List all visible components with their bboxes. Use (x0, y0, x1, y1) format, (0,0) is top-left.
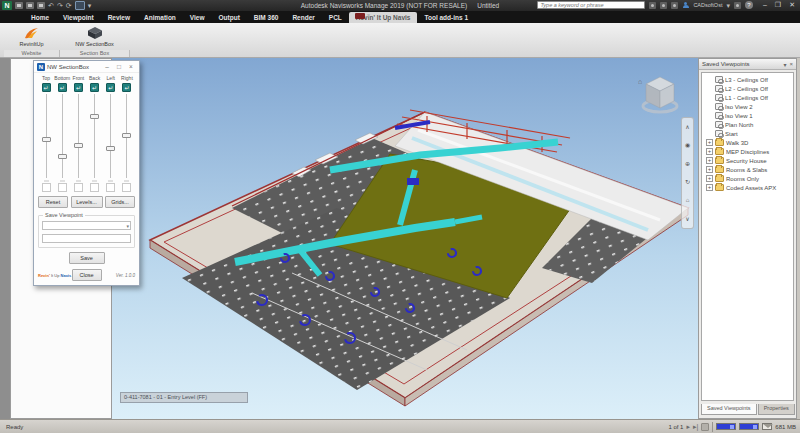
section-toggle-icon[interactable]: ↵ (58, 83, 67, 92)
tree-item-rooms-only[interactable]: +Rooms Only (706, 174, 793, 183)
save-viewpoint-button[interactable]: Save (69, 252, 105, 264)
slider-track[interactable] (42, 94, 51, 178)
dialog-minimize-icon[interactable]: – (102, 63, 112, 70)
expander-icon[interactable]: + (706, 157, 713, 164)
tree-item-l2-ceilings-off[interactable]: L2 - Ceilings Off (706, 84, 793, 93)
tree-item-coded-assets-apx[interactable]: +Coded Assets APX (706, 183, 793, 192)
refresh-icon[interactable]: ⟳ (66, 2, 72, 9)
expander-icon[interactable]: + (706, 175, 713, 182)
undo-icon[interactable]: ↶ (48, 2, 54, 9)
expander-icon[interactable]: + (706, 139, 713, 146)
tab-view[interactable]: View (183, 12, 212, 23)
dialog-title-bar[interactable]: N NW SectionBox – □ × (34, 61, 139, 73)
tree-item-start[interactable]: Start (706, 129, 793, 138)
tab-bim-360[interactable]: BIM 360 (247, 12, 286, 23)
select-tool-icon[interactable] (75, 1, 85, 10)
tree-item-rooms-slabs[interactable]: +Rooms & Slabs (706, 165, 793, 174)
slider-track[interactable] (122, 94, 131, 178)
tab-render[interactable]: Render (285, 12, 321, 23)
expander-icon[interactable]: + (706, 166, 713, 173)
viewport-3d[interactable]: ⌂ ∧◉⊕↻⌂∨ 0-411-7081 - 01 - Entry Level (… (112, 58, 698, 419)
exchange-apps-icon[interactable] (660, 2, 667, 9)
signin-user-icon[interactable] (682, 2, 689, 9)
chevron-up-icon[interactable]: ∧ (685, 124, 689, 130)
tree-item-l3-ceilings-off[interactable]: L3 - Ceilings Off (706, 75, 793, 84)
redo-icon[interactable]: ↷ (57, 2, 63, 9)
tab-pcl[interactable]: PCL (322, 12, 349, 23)
grids-button[interactable]: Grids... (105, 196, 135, 208)
levels-button[interactable]: Levels... (71, 196, 103, 208)
expander-icon[interactable]: + (706, 148, 713, 155)
nw-sectionbox-button[interactable]: NW SectionBox (60, 24, 129, 49)
tab-overflow[interactable]: ▾ (355, 12, 370, 21)
slider-value-box[interactable] (58, 183, 67, 192)
tab-review[interactable]: Review (101, 12, 137, 23)
tab-home[interactable]: Home (24, 12, 56, 23)
app-store-icon[interactable] (734, 2, 741, 9)
qat-dropdown-icon[interactable]: ▾ (88, 2, 92, 9)
slider-track[interactable] (74, 94, 83, 178)
slider-handle[interactable] (74, 143, 83, 148)
orbit-icon[interactable]: ◉ (685, 142, 690, 148)
reset-button[interactable]: Reset (38, 196, 68, 208)
print-icon[interactable] (37, 2, 45, 9)
sheet-browser-icon[interactable] (701, 423, 709, 431)
dialog-maximize-icon[interactable]: □ (114, 63, 124, 70)
viewcube[interactable]: ⌂ (636, 74, 684, 120)
expander-icon[interactable]: + (706, 184, 713, 191)
tree-item-iso-view-1[interactable]: Iso View 1 (706, 111, 793, 120)
chevron-down-icon[interactable]: ∨ (685, 216, 689, 222)
search-input[interactable] (537, 1, 645, 9)
tree-item-mep-disciplines[interactable]: +MEP Disciplines (706, 147, 793, 156)
slider-value-box[interactable] (74, 183, 83, 192)
viewpoint-combobox[interactable]: ▾ (42, 221, 131, 230)
section-toggle-icon[interactable]: ↵ (106, 83, 115, 92)
slider-value-box[interactable] (42, 183, 51, 192)
slider-value-box[interactable] (106, 183, 115, 192)
tab-output[interactable]: Output (212, 12, 247, 23)
home-icon[interactable]: ⌂ (686, 197, 690, 203)
last-sheet-icon[interactable]: ▸| (693, 423, 698, 430)
slider-handle[interactable] (122, 133, 131, 138)
chevron-down-icon[interactable]: ▾ (367, 12, 370, 19)
slider-track[interactable] (58, 94, 67, 178)
tab-tool-add-ins-1[interactable]: Tool add-ins 1 (417, 12, 475, 23)
dialog-close-button[interactable]: Close (72, 269, 102, 281)
section-toggle-icon[interactable]: ↵ (122, 83, 131, 92)
app-logo-icon[interactable]: N (2, 1, 12, 10)
open-icon[interactable] (15, 2, 23, 9)
slider-value-box[interactable] (122, 183, 131, 192)
tab-viewpoint[interactable]: Viewpoint (56, 12, 101, 23)
signin-label[interactable]: CADsoftOst (693, 2, 722, 8)
dialog-close-icon[interactable]: × (126, 63, 136, 70)
slider-handle[interactable] (90, 114, 99, 119)
panel-tab-saved-viewpoints[interactable]: Saved Viewpoints (701, 404, 757, 415)
panel-dropdown-icon[interactable]: ▾ (783, 61, 786, 68)
rewind-icon[interactable]: ↻ (685, 179, 690, 185)
slider-handle[interactable] (106, 146, 115, 151)
tree-item-iso-view-2[interactable]: Iso View 2 (706, 102, 793, 111)
tree-item-walk-3d[interactable]: +Walk 3D (706, 138, 793, 147)
favorites-icon[interactable] (671, 2, 678, 9)
zoom-icon[interactable]: ⊕ (685, 161, 690, 167)
section-toggle-icon[interactable]: ↵ (74, 83, 83, 92)
close-button[interactable]: ✕ (789, 1, 795, 9)
tree-item-security-house[interactable]: +Security House (706, 156, 793, 165)
section-toggle-icon[interactable]: ↵ (42, 83, 51, 92)
minimize-button[interactable]: – (763, 1, 767, 9)
slider-handle[interactable] (42, 137, 51, 142)
viewpoint-name-input[interactable] (42, 234, 131, 243)
panel-pin-icon[interactable]: × (789, 61, 793, 67)
media-icon[interactable] (355, 13, 365, 19)
signin-dropdown-icon[interactable]: ▾ (726, 2, 730, 9)
slider-value-box[interactable] (90, 183, 99, 192)
search-icon[interactable] (649, 2, 656, 9)
revinitup-button[interactable]: RevinItUp (4, 24, 59, 49)
maximize-button[interactable]: ❐ (775, 1, 781, 9)
panel-title-bar[interactable]: Saved Viewpoints ▾ × (699, 59, 796, 70)
section-toggle-icon[interactable]: ↵ (90, 83, 99, 92)
navigation-bar[interactable]: ∧◉⊕↻⌂∨ (681, 117, 694, 229)
slider-track[interactable] (90, 94, 99, 178)
tree-item-l1-ceilings-off[interactable]: L1 - Ceilings Off (706, 93, 793, 102)
slider-track[interactable] (106, 94, 115, 178)
